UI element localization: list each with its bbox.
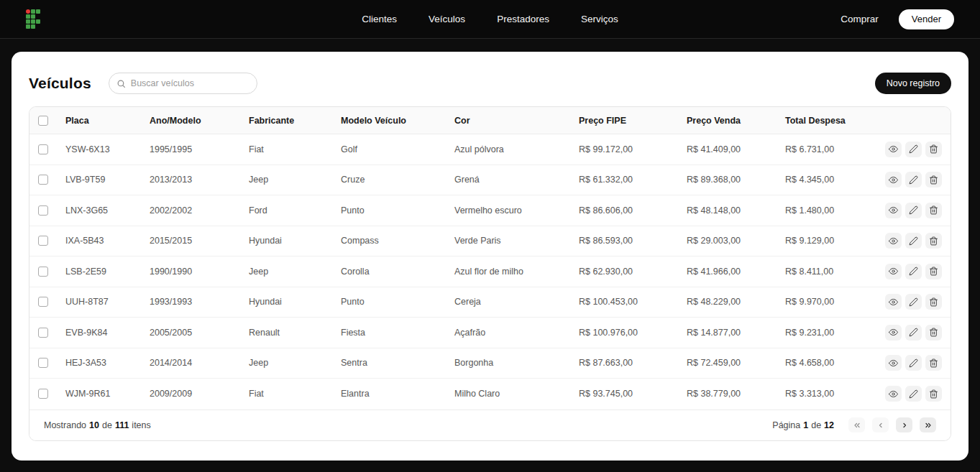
prev-page-button[interactable] — [872, 417, 889, 432]
pencil-icon — [909, 297, 918, 307]
cell-preco-fipe: R$ 100.453,00 — [570, 297, 678, 307]
view-button[interactable] — [885, 294, 902, 310]
pencil-icon — [909, 205, 918, 215]
cell-preco-venda: R$ 89.368,00 — [678, 175, 777, 185]
trash-icon — [929, 389, 938, 399]
delete-button[interactable] — [925, 325, 942, 341]
cell-preco-venda: R$ 41.966,00 — [678, 267, 777, 277]
view-button[interactable] — [885, 386, 902, 402]
trash-icon — [929, 358, 938, 368]
cell-modelo-veiculo: Punto — [332, 297, 446, 307]
delete-button[interactable] — [925, 203, 942, 218]
edit-button[interactable] — [905, 386, 922, 402]
search-input[interactable] — [131, 78, 249, 88]
view-button[interactable] — [885, 264, 902, 279]
table-row: YSW-6X13 1995/1995 Fiat Golf Azul pólvor… — [29, 134, 951, 165]
nav-item-veiculos[interactable]: Veículos — [429, 14, 465, 24]
delete-button[interactable] — [925, 172, 942, 188]
cell-fabricante: Fiat — [240, 144, 332, 154]
chevron-right-icon — [900, 421, 909, 430]
table-row: HEJ-3A53 2014/2014 Jeep Sentra Borgonha … — [29, 348, 951, 379]
delete-button[interactable] — [925, 142, 942, 157]
next-page-button[interactable] — [896, 417, 912, 432]
edit-button[interactable] — [905, 233, 922, 249]
cell-total-despesa: R$ 3.313,00 — [777, 389, 881, 399]
view-button[interactable] — [885, 355, 902, 371]
nav-item-clientes[interactable]: Clientes — [362, 14, 397, 24]
pencil-icon — [909, 175, 918, 185]
edit-button[interactable] — [905, 172, 922, 188]
row-checkbox[interactable] — [38, 175, 48, 185]
cell-placa: LNX-3G65 — [57, 205, 141, 216]
page-title: Veículos — [29, 75, 91, 92]
delete-button[interactable] — [925, 264, 942, 279]
page-indicator: Página1de12 — [772, 420, 834, 430]
pencil-icon — [909, 236, 918, 246]
cell-cor: Vermelho escuro — [446, 205, 570, 216]
chevron-left-icon — [876, 421, 885, 430]
row-checkbox[interactable] — [38, 389, 48, 399]
edit-button[interactable] — [905, 203, 922, 218]
cell-preco-venda: R$ 72.459,00 — [678, 358, 777, 368]
cell-total-despesa: R$ 9.231,00 — [777, 328, 881, 338]
app-logo-icon[interactable] — [26, 9, 40, 29]
row-checkbox[interactable] — [38, 297, 48, 307]
new-record-button[interactable]: Novo registro — [875, 73, 951, 94]
view-button[interactable] — [885, 233, 902, 249]
view-button[interactable] — [885, 142, 902, 157]
cell-modelo-veiculo: Fiesta — [332, 328, 446, 338]
cell-ano-modelo: 1990/1990 — [141, 267, 240, 277]
cell-total-despesa: R$ 8.411,00 — [777, 267, 881, 277]
row-checkbox[interactable] — [38, 144, 48, 154]
cell-fabricante: Jeep — [240, 175, 332, 185]
nav-right: Comprar Vender — [841, 9, 954, 29]
row-checkbox[interactable] — [38, 236, 48, 246]
cell-cor: Cereja — [446, 297, 570, 307]
row-checkbox[interactable] — [38, 267, 48, 277]
vender-button[interactable]: Vender — [899, 9, 954, 29]
cell-preco-venda: R$ 14.877,00 — [678, 328, 777, 338]
col-ano-modelo: Ano/Modelo — [141, 116, 240, 126]
results-count: Mostrando10de111itens — [44, 420, 151, 430]
table-row: IXA-5B43 2015/2015 Hyundai Compass Verde… — [29, 226, 951, 257]
cell-placa: LVB-9T59 — [57, 175, 141, 185]
double-chevron-right-icon — [924, 421, 933, 430]
select-all-checkbox[interactable] — [38, 116, 48, 126]
search-box[interactable] — [109, 73, 257, 94]
delete-button[interactable] — [925, 233, 942, 249]
row-checkbox[interactable] — [38, 358, 48, 368]
view-button[interactable] — [885, 325, 902, 341]
nav-item-servicos[interactable]: Serviços — [581, 14, 618, 24]
first-page-button[interactable] — [848, 417, 865, 432]
row-checkbox[interactable] — [38, 328, 48, 338]
cell-modelo-veiculo: Compass — [332, 236, 446, 246]
search-icon — [116, 79, 126, 88]
table-body: YSW-6X13 1995/1995 Fiat Golf Azul pólvor… — [29, 134, 951, 409]
cell-placa: LSB-2E59 — [57, 267, 141, 277]
edit-button[interactable] — [905, 355, 922, 371]
nav-item-prestadores[interactable]: Prestadores — [497, 14, 549, 24]
delete-button[interactable] — [925, 294, 942, 310]
edit-button[interactable] — [905, 142, 922, 157]
eye-icon — [889, 175, 898, 185]
cell-ano-modelo: 2002/2002 — [141, 205, 240, 216]
cell-placa: EVB-9K84 — [57, 328, 141, 338]
delete-button[interactable] — [925, 386, 942, 402]
edit-button[interactable] — [905, 294, 922, 310]
table-row: LNX-3G65 2002/2002 Ford Punto Vermelho e… — [29, 195, 951, 226]
cell-ano-modelo: 2014/2014 — [141, 358, 240, 368]
view-button[interactable] — [885, 203, 902, 218]
delete-button[interactable] — [925, 355, 942, 371]
edit-button[interactable] — [905, 264, 922, 279]
row-actions — [881, 355, 951, 371]
last-page-button[interactable] — [920, 417, 936, 432]
edit-button[interactable] — [905, 325, 922, 341]
eye-icon — [889, 328, 898, 337]
cell-modelo-veiculo: Corolla — [332, 267, 446, 277]
row-checkbox[interactable] — [38, 205, 48, 216]
view-button[interactable] — [885, 172, 902, 188]
comprar-link[interactable]: Comprar — [841, 14, 879, 24]
pencil-icon — [909, 267, 918, 276]
cell-cor: Açafrão — [446, 328, 570, 338]
top-navbar: Clientes Veículos Prestadores Serviços C… — [0, 0, 980, 39]
